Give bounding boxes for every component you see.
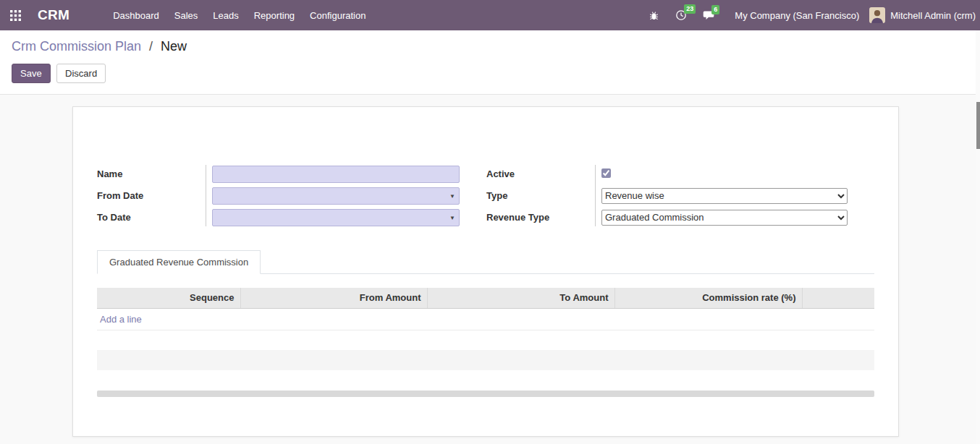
name-input[interactable]: [212, 166, 460, 183]
header-to-amount[interactable]: To Amount: [427, 288, 614, 308]
form-fields: Name From Date ▼ To Date ▼: [97, 165, 874, 226]
activities-button[interactable]: 23: [675, 9, 687, 21]
menu-item-sales[interactable]: Sales: [174, 1, 198, 30]
main-menu: Dashboard Sales Leads Reporting Configur…: [113, 1, 366, 30]
menu-item-configuration[interactable]: Configuration: [310, 1, 366, 30]
menu-item-dashboard[interactable]: Dashboard: [113, 1, 159, 30]
save-button[interactable]: Save: [12, 64, 51, 83]
add-line-row: Add a line: [97, 308, 874, 330]
empty-row: [97, 370, 874, 390]
menu-item-leads[interactable]: Leads: [213, 1, 238, 30]
active-label: Active: [486, 168, 595, 179]
to-date-field-row: To Date ▼: [97, 208, 460, 226]
revenue-type-label: Revenue Type: [486, 212, 595, 223]
control-panel: Crm Commission Plan / New Save Discard: [0, 30, 980, 95]
from-date-field-row: From Date ▼: [97, 187, 460, 205]
form-group-left: Name From Date ▼ To Date ▼: [97, 165, 460, 226]
grid-icon: [10, 10, 21, 21]
list-bottom-bar: [97, 390, 874, 397]
breadcrumb: Crm Commission Plan / New: [12, 39, 968, 54]
user-menu[interactable]: Mitchell Admin (crm): [869, 7, 976, 23]
scrollbar-thumb[interactable]: [976, 102, 980, 149]
table-header-row: Sequence From Amount To Amount Commissio…: [97, 288, 874, 308]
name-label: Name: [97, 168, 206, 179]
add-a-line-link[interactable]: Add a line: [100, 314, 142, 325]
notebook: Graduated Revenue Commission Sequence Fr…: [97, 250, 874, 397]
vertical-scrollbar[interactable]: [976, 30, 980, 444]
commission-lines-list: Sequence From Amount To Amount Commissio…: [97, 288, 874, 397]
form-group-right: Active Type Revenue wise Revenue Type: [486, 165, 848, 226]
control-panel-buttons: Save Discard: [12, 64, 968, 83]
from-date-input[interactable]: [212, 187, 460, 205]
top-navbar: CRM Dashboard Sales Leads Reporting Conf…: [0, 0, 980, 30]
header-sequence[interactable]: Sequence: [97, 288, 240, 308]
systray: 23 6 My Company (San Francisco) Mitchell…: [641, 7, 976, 23]
user-name: Mitchell Admin (crm): [890, 10, 976, 21]
from-date-label: From Date: [97, 190, 206, 201]
active-checkbox[interactable]: [601, 168, 611, 178]
content-area: Name From Date ▼ To Date ▼: [0, 95, 980, 444]
bug-icon: [649, 10, 659, 21]
tab-graduated-revenue-commission[interactable]: Graduated Revenue Commission: [97, 250, 261, 274]
activity-count-badge: 23: [684, 4, 696, 14]
header-actions: [802, 288, 874, 308]
avatar: [869, 7, 885, 23]
messages-button[interactable]: 6: [703, 10, 715, 21]
message-count-badge: 6: [711, 5, 719, 14]
name-field-row: Name: [97, 165, 460, 183]
header-from-amount[interactable]: From Amount: [240, 288, 427, 308]
type-label: Type: [486, 190, 595, 201]
company-switcher[interactable]: My Company (San Francisco): [735, 10, 859, 21]
type-select[interactable]: Revenue wise: [601, 188, 848, 204]
to-date-input[interactable]: [212, 209, 460, 226]
commission-lines-table: Sequence From Amount To Amount Commissio…: [97, 288, 874, 390]
apps-menu-icon[interactable]: [6, 6, 25, 25]
breadcrumb-parent-link[interactable]: Crm Commission Plan: [12, 39, 141, 54]
avatar-image: [869, 7, 885, 23]
breadcrumb-separator: /: [149, 39, 153, 54]
form-sheet: Name From Date ▼ To Date ▼: [72, 106, 899, 437]
app-brand[interactable]: CRM: [38, 7, 69, 23]
tab-bar: Graduated Revenue Commission: [97, 250, 874, 274]
header-commission-rate[interactable]: Commission rate (%): [614, 288, 802, 308]
menu-item-reporting[interactable]: Reporting: [254, 1, 295, 30]
revenue-type-field-row: Revenue Type Graduated Commission: [486, 208, 848, 226]
discard-button[interactable]: Discard: [56, 64, 106, 83]
breadcrumb-current: New: [161, 39, 187, 54]
empty-row: [97, 330, 874, 350]
debug-mode-button[interactable]: [649, 10, 659, 21]
to-date-label: To Date: [97, 212, 206, 223]
type-field-row: Type Revenue wise: [486, 187, 848, 205]
active-field-row: Active: [486, 165, 848, 183]
empty-row: [97, 350, 874, 370]
revenue-type-select[interactable]: Graduated Commission: [601, 210, 848, 226]
